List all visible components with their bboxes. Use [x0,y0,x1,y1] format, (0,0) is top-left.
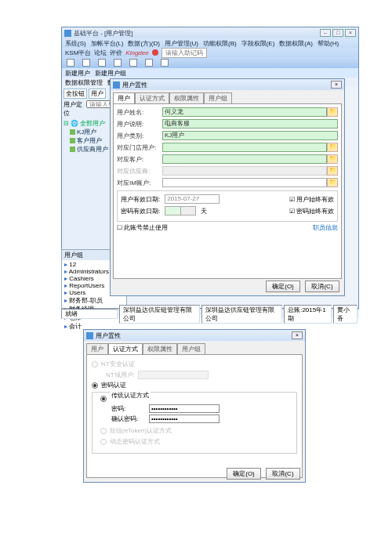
tool-icon[interactable] [129,59,137,67]
picker-icon[interactable]: 📁 [327,178,338,187]
tab-body: NT安全认证 NT域用户: 密码认证 传统认证方式 密码: 确认密码: 短信(e… [86,354,303,478]
submenu-item[interactable]: 论坛 [94,49,107,57]
new-group-button[interactable]: 新建用户组 [95,69,126,78]
dialog-titlebar[interactable]: 用户置性 × [111,79,344,90]
new-user-button[interactable]: 新建用户 [65,69,90,78]
tab-user[interactable]: 用户 [86,343,108,354]
im-label: 对应IM账户: [117,179,162,187]
dialog-tabs: 用户 认证方式 权限属性 用户组 [84,341,305,354]
dialog-titlebar[interactable]: 用户置性 × [84,330,305,341]
expire-date-input[interactable]: 2015-07-27 [165,194,220,204]
dialog-close-button[interactable]: × [292,331,303,339]
tree-root[interactable]: ⊟ 🌐 全部用户 [64,119,114,128]
tab-groups[interactable]: 用户组 [177,343,205,354]
tool-icon[interactable] [67,59,74,67]
dialog-title: 用户置性 [96,331,121,340]
password-confirm-input[interactable] [149,415,220,423]
perm-mgmt-tab[interactable]: 数据权限管理 [65,78,103,87]
maximize-button[interactable]: □ [332,29,343,37]
tab-auth[interactable]: 认证方式 [135,92,169,103]
user-locate-label: 用户定位 [64,100,85,118]
menu-bar: 系统(S) 加帐平台(L) 数据(方)(D) 用户管理(U) 功能权限(B) 字… [62,38,358,48]
menu-item[interactable]: 功能权限(B) [203,39,237,48]
close-button[interactable]: × [345,29,356,37]
tree-node[interactable]: KJ用户 [64,128,114,136]
cust-label: 对应客户: [117,155,162,164]
dialog-icon [86,332,93,339]
tree-node[interactable]: 供应商用户 [64,145,114,154]
side-tab[interactable]: 用户 [89,89,106,99]
desc-field[interactable]: 电商客服 [162,119,338,129]
minimize-button[interactable]: – [320,29,331,37]
status-bar: 就绪 深圳益达供应链管理有限公司 深圳益达供应链管理有限公司 总账:2015年1… [61,309,359,318]
titlebar[interactable]: 基础平台 - [用户管理] – □ × [62,27,358,38]
window-title: 基础平台 - [用户管理] [74,29,133,38]
nt-domain-label: NT域用户: [106,371,135,379]
radio-pwd-auth[interactable]: 密码认证 [92,381,297,389]
password-input[interactable] [149,404,220,413]
submenu-item[interactable]: 评价 [110,49,122,57]
radio-sms[interactable]: 短信(eToken)认证方式 [100,426,292,435]
side-tab[interactable]: 全按钮 [64,89,87,99]
ok-button[interactable]: 确定(O) [266,281,300,292]
tool-icon[interactable] [161,59,169,67]
menu-item[interactable]: 用户管理(U) [165,39,198,48]
status-user: 黄小香 [333,305,358,324]
pwd-days-input[interactable] [165,206,196,215]
days-unit: 天 [201,207,207,215]
tab-auth[interactable]: 认证方式 [108,343,143,354]
menu-item[interactable]: 字段权限(E) [241,39,275,48]
submenu-item[interactable]: Kingdee [125,49,148,56]
tool-icon[interactable] [98,59,106,67]
disable-checkbox[interactable]: ☐ 此账号禁止使用 [117,223,168,232]
pwd-confirm-label: 确认密码: [111,415,146,423]
expire-label: 用户有效日期: [121,195,160,204]
pwd-label: 密码: [111,404,146,413]
tab-user[interactable]: 用户 [113,92,135,103]
name-field[interactable]: 何义龙 [162,107,327,117]
menu-item[interactable]: 加帐平台(L) [91,39,124,48]
status-ready: 就绪 [61,309,118,319]
picker-icon[interactable]: 📁 [327,166,338,176]
picker-icon[interactable]: 📁 [327,154,338,164]
ok-button[interactable]: 确定(O) [227,468,261,480]
radio-traditional[interactable]: 传统认证方式 [100,396,292,402]
tool-icon[interactable] [114,59,122,67]
store-field[interactable] [162,143,327,152]
picker-icon[interactable]: 📁 [327,143,338,152]
group-item[interactable]: 财务部-职员 [64,296,124,305]
tab-perm[interactable]: 权限属性 [169,92,204,103]
tool-icon[interactable] [145,59,153,67]
menu-item[interactable]: 数据权限(A) [279,39,313,48]
mnemonic-input[interactable]: 请输入助记码 [162,48,207,58]
dialog-close-button[interactable]: × [331,81,342,89]
tab-perm[interactable]: 权限属性 [143,343,177,354]
im-field[interactable] [162,178,327,187]
tree-node[interactable]: 客户用户 [64,136,114,145]
radio-nt-auth[interactable]: NT安全认证 [92,360,297,368]
cancel-button[interactable]: 取消(C) [266,468,300,480]
menu-item[interactable]: 系统(S) [65,39,86,48]
pwd-always-valid-checkbox[interactable]: 密码始终有效 [296,208,334,215]
vend-label: 对应供应商: [117,167,162,176]
toolbar [62,57,358,68]
employee-info-link[interactable]: 职员信息 [313,223,338,232]
radio-dynamic[interactable]: 动态密码认证方式 [100,437,292,446]
status-company: 深圳益达供应链管理有限公司 [119,305,200,324]
status-company: 深圳益达供应链管理有限公司 [201,305,282,324]
toolbar-2: 新建用户 新建用户组 [62,68,358,78]
menu-item[interactable]: 数据(方)(D) [128,39,159,48]
tab-groups[interactable]: 用户组 [204,92,232,103]
tool-icon[interactable] [82,59,90,67]
cust-field[interactable] [162,154,327,164]
dialog-tabs: 用户 认证方式 权限属性 用户组 [111,90,344,103]
type-field[interactable]: KJ用户 [162,131,338,140]
picker-icon[interactable]: 📁 [327,107,338,117]
dates-group: 用户有效日期: 2015-07-27 ☑ 用户始终有效 密码有效日期: 天 ☑ … [117,190,338,222]
vend-field [162,166,327,176]
user-tree: ⊟ 🌐 全部用户 KJ用户 客户用户 供应商用户 [64,119,114,154]
always-valid-checkbox[interactable]: 用户始终有效 [296,196,334,203]
submenu-item[interactable]: KSM平台 [65,49,91,57]
menu-item[interactable]: 帮助(H) [318,39,339,48]
cancel-button[interactable]: 取消(C) [305,281,339,292]
